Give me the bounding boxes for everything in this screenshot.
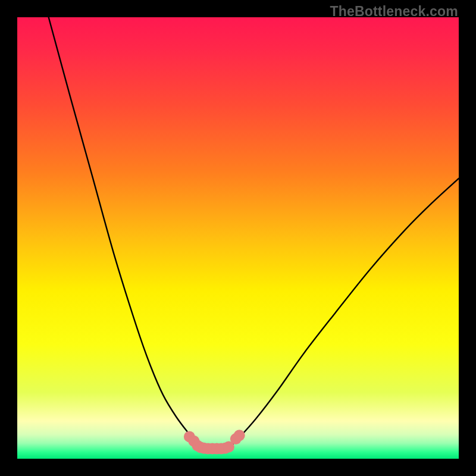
marker-group <box>184 430 245 454</box>
right-branch-curve <box>229 178 459 448</box>
marker-dot <box>234 430 245 441</box>
chart-frame: TheBottleneck.com <box>0 0 476 476</box>
left-branch-curve <box>49 17 203 447</box>
watermark-text: TheBottleneck.com <box>330 4 458 20</box>
plot-area <box>17 17 459 459</box>
curve-layer <box>17 17 459 459</box>
